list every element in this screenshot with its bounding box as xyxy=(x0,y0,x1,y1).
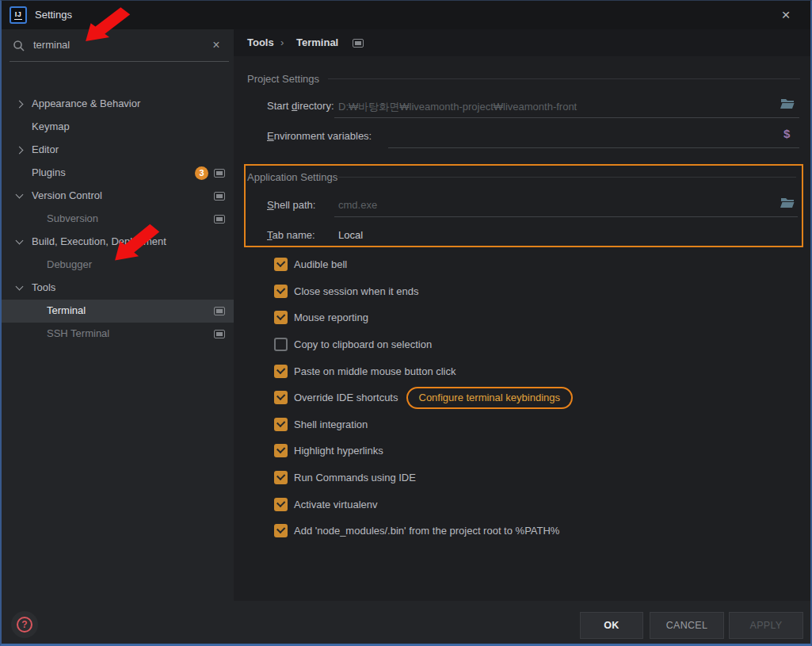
window-title: Settings xyxy=(35,9,72,21)
help-icon: ? xyxy=(17,617,32,633)
option-row: Mouse reporting xyxy=(274,304,797,331)
insert-variable-icon[interactable]: $ xyxy=(783,127,790,140)
option-row: Paste on middle mouse button click xyxy=(274,357,797,384)
monitor-icon xyxy=(214,330,225,338)
checkbox-audible-bell[interactable] xyxy=(274,258,288,271)
option-row: Activate virtualenv xyxy=(274,491,797,518)
checkbox-copy-to-clipboard[interactable] xyxy=(274,338,288,351)
option-label: Activate virtualenv xyxy=(294,499,378,510)
ok-button[interactable]: OK xyxy=(580,612,643,639)
shell-path-field[interactable]: cmd.exe xyxy=(338,199,377,211)
annotation-arrow-terminal xyxy=(108,217,168,266)
cancel-button[interactable]: CANCEL xyxy=(650,612,724,639)
section-divider xyxy=(328,78,800,79)
start-directory-field[interactable]: D:₩바탕화면₩liveamonth-project₩liveamonth-fr… xyxy=(338,100,577,114)
checkbox-run-commands-using-ide[interactable] xyxy=(274,471,288,484)
environment-variables-underline xyxy=(388,147,799,148)
clear-search-icon[interactable]: × xyxy=(209,37,223,53)
sidebar-item-appearance-behavior[interactable]: Appearance & Behavior xyxy=(2,93,234,116)
option-row: Add 'node_modules/.bin' from the project… xyxy=(274,518,797,545)
settings-dialog: IJ Settings × terminal × Appearance & Be… xyxy=(0,0,812,646)
application-settings-header: Application Settings xyxy=(247,171,337,183)
checkbox-highlight-hyperlinks[interactable] xyxy=(274,444,288,457)
option-label: Copy to clipboard on selection xyxy=(294,338,432,350)
option-row: Audible bell xyxy=(274,251,797,278)
shell-path-underline xyxy=(334,216,798,217)
sidebar-item-label: Version Control xyxy=(32,189,102,201)
checkbox-close-session[interactable] xyxy=(274,285,288,298)
sidebar-item-label: Appearance & Behavior xyxy=(32,97,140,109)
breadcrumb: Tools › Terminal xyxy=(234,29,812,56)
sidebar-item-label: Keymap xyxy=(32,120,70,132)
sidebar-item-editor[interactable]: Editor xyxy=(2,139,234,162)
monitor-icon xyxy=(214,192,225,201)
sidebar-item-ssh-terminal[interactable]: SSH Terminal xyxy=(2,323,234,346)
environment-variables-label: Environment variables: xyxy=(267,130,372,142)
start-directory-label: Start directory: xyxy=(267,100,334,112)
option-row: Close session when it ends xyxy=(274,278,797,305)
terminal-settings-panel: Project Settings Start directory: D:₩바탕화… xyxy=(234,56,812,601)
chevron-down-icon xyxy=(16,237,24,245)
breadcrumb-terminal: Terminal xyxy=(296,36,338,48)
option-label: Highlight hyperlinks xyxy=(294,445,383,457)
search-input[interactable]: terminal xyxy=(33,39,70,51)
section-divider xyxy=(338,177,796,178)
chevron-down-icon xyxy=(16,283,24,291)
sidebar-item-label: Debugger xyxy=(47,258,92,270)
annotation-arrow-search xyxy=(78,1,139,47)
sidebar-item-label: Terminal xyxy=(47,304,86,316)
sidebar-item-label: Tools xyxy=(32,281,55,293)
browse-folder-icon[interactable] xyxy=(780,98,795,109)
checkbox-mouse-reporting[interactable] xyxy=(274,311,288,324)
terminal-options-list: Audible bell Close session when it ends … xyxy=(274,251,797,545)
search-underline xyxy=(10,61,229,62)
checkbox-activate-virtualenv[interactable] xyxy=(274,498,288,511)
browse-folder-icon[interactable] xyxy=(780,197,795,208)
monitor-icon xyxy=(214,169,225,178)
option-row: Highlight hyperlinks xyxy=(274,438,797,464)
help-button[interactable]: ? xyxy=(11,611,38,638)
option-row: Shell integration xyxy=(274,411,797,438)
checkbox-add-node-modules-path[interactable] xyxy=(274,524,288,537)
option-label: Run Commands using IDE xyxy=(294,472,416,484)
shell-path-label: Shell path: xyxy=(267,199,315,211)
chevron-right-icon xyxy=(16,147,24,155)
option-row: Copy to clipboard on selection xyxy=(274,331,797,358)
sidebar-item-label: Subversion xyxy=(47,212,98,224)
option-label: Mouse reporting xyxy=(294,312,368,323)
option-row: Override IDE shortcuts Configure termina… xyxy=(274,384,797,411)
intellij-app-icon: IJ xyxy=(10,6,27,24)
sidebar-item-label: Plugins xyxy=(32,166,66,178)
chevron-down-icon xyxy=(16,191,24,199)
option-label: Close session when it ends xyxy=(294,285,419,297)
sidebar-item-plugins[interactable]: Plugins 3 xyxy=(2,162,234,185)
settings-sidebar: terminal × Appearance & Behavior Keymap … xyxy=(2,29,234,601)
checkbox-shell-integration[interactable] xyxy=(274,418,288,431)
search-icon xyxy=(13,40,25,52)
breadcrumb-separator: › xyxy=(280,36,284,48)
checkbox-override-ide-shortcuts[interactable] xyxy=(274,391,288,404)
sidebar-item-version-control[interactable]: Version Control xyxy=(2,185,234,208)
option-label: Add 'node_modules/.bin' from the project… xyxy=(294,525,559,537)
chevron-right-icon xyxy=(16,101,24,109)
sidebar-item-label: Editor xyxy=(32,143,59,155)
sidebar-item-keymap[interactable]: Keymap xyxy=(2,116,234,139)
tab-name-field[interactable]: Local xyxy=(338,229,363,241)
breadcrumb-tools[interactable]: Tools xyxy=(247,36,274,48)
apply-button[interactable]: APPLY xyxy=(729,612,803,639)
sidebar-item-terminal[interactable]: Terminal xyxy=(2,300,234,323)
sidebar-item-tools[interactable]: Tools xyxy=(2,277,234,300)
option-label: Audible bell xyxy=(294,258,347,270)
app-icon-text: IJ xyxy=(14,11,23,20)
dialog-footer: ? OK CANCEL APPLY xyxy=(2,601,810,644)
close-icon[interactable]: × xyxy=(776,6,796,25)
checkbox-paste-middle-mouse[interactable] xyxy=(274,365,288,378)
option-label: Paste on middle mouse button click xyxy=(294,365,456,377)
monitor-icon xyxy=(353,39,364,48)
sidebar-item-label: SSH Terminal xyxy=(47,327,109,339)
option-row: Run Commands using IDE xyxy=(274,464,797,491)
option-label: Override IDE shortcuts xyxy=(294,392,398,403)
start-directory-underline xyxy=(334,117,799,118)
monitor-icon xyxy=(214,307,225,315)
configure-terminal-keybindings-link[interactable]: Configure terminal keybindings xyxy=(406,387,573,409)
